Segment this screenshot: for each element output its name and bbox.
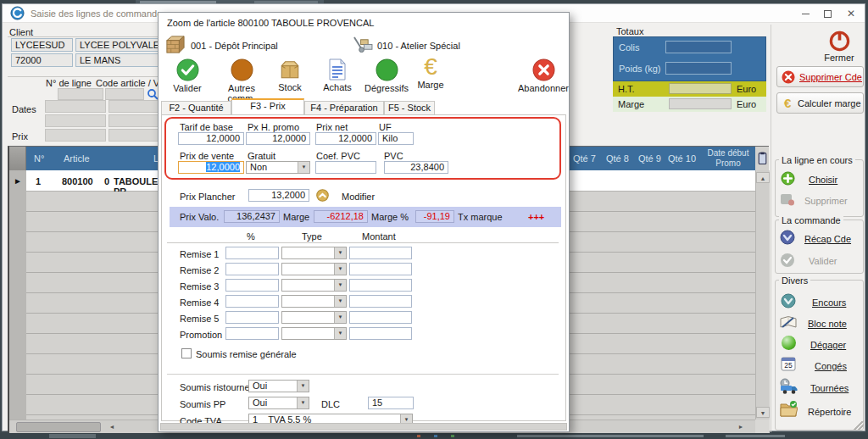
fermer-button[interactable]: Fermer (812, 30, 866, 67)
bloc-note-button[interactable]: Bloc note (808, 319, 847, 329)
tab-f5-stock[interactable]: F5 - Stock (384, 101, 435, 114)
ht-field[interactable] (669, 83, 732, 94)
remise2-pct-field[interactable] (225, 263, 279, 275)
tab-f2-quantite[interactable]: F2 - Quantité (161, 101, 231, 114)
chevron-down-icon[interactable]: ▼ (334, 328, 346, 339)
remise4-pct-field[interactable] (225, 295, 279, 308)
remise1-type-dropdown[interactable]: ▼ (281, 247, 347, 259)
repertoire-button[interactable]: Répertoire (808, 407, 851, 417)
chevron-down-icon[interactable]: ▼ (334, 296, 346, 307)
chevron-down-icon[interactable]: ▼ (297, 381, 309, 392)
remise4-type-dropdown[interactable]: ▼ (281, 295, 347, 308)
date-field-2[interactable] (108, 100, 160, 113)
clipboard-icon[interactable] (758, 152, 767, 166)
prix-plancher-field[interactable]: 13,2000 (248, 189, 309, 202)
scroll-right-button[interactable]: ► (737, 424, 745, 430)
plus-plus-link[interactable]: +++ (528, 212, 544, 222)
tarif-de-base-field[interactable]: 12,0000 (178, 132, 244, 145)
date-field-4[interactable] (108, 114, 160, 127)
remise3-type-dropdown[interactable]: ▼ (281, 279, 347, 292)
tab-f4-preparation[interactable]: F4 - Préparation (304, 101, 384, 114)
prix-field-2[interactable] (108, 129, 160, 142)
montant-header: Montant (362, 231, 396, 242)
soumis-ristourne-dropdown[interactable]: Oui ▼ (248, 380, 309, 392)
abandonner-button[interactable]: Abandonner (517, 58, 570, 93)
line-number-field[interactable] (58, 88, 103, 100)
choisir-button[interactable]: Choisir (809, 175, 837, 185)
remise3-pct-field[interactable] (225, 279, 279, 292)
tournees-button[interactable]: Tournées (810, 383, 849, 393)
stock-button[interactable]: Stock (269, 58, 311, 92)
remise1-pct-field[interactable] (225, 247, 279, 259)
tab-f3-prix[interactable]: F3 - Prix (231, 98, 304, 114)
remise2-type-dropdown[interactable]: ▼ (281, 263, 347, 275)
remise5-montant-field[interactable] (349, 311, 412, 324)
client-name-field[interactable]: LYCEE POLYVALENT (75, 38, 159, 52)
valider-cde-button[interactable]: Valider (809, 256, 837, 266)
dlc-field[interactable]: 15 (368, 397, 414, 409)
article-code-field[interactable] (105, 88, 144, 100)
modifier-up-icon[interactable] (316, 189, 329, 203)
chevron-down-icon[interactable]: ▼ (298, 162, 309, 173)
marge-field[interactable] (669, 98, 732, 109)
colis-field[interactable] (665, 41, 732, 53)
scroll-down-button[interactable]: ▼ (756, 407, 770, 418)
resize-grip[interactable] (854, 420, 864, 430)
encours-button[interactable]: Encours (812, 297, 846, 308)
degager-button[interactable]: Dégager (810, 340, 846, 350)
chevron-down-icon[interactable]: ▼ (334, 312, 346, 323)
modifier-label[interactable]: Modifier (342, 192, 375, 202)
remise5-pct-field[interactable] (225, 311, 279, 324)
minimize-button[interactable] (796, 7, 815, 20)
coef-pvc-field[interactable] (315, 161, 376, 174)
client-code-field[interactable]: LYCEESUD (11, 38, 73, 52)
supprimer-ligne-button[interactable]: Supprimer (804, 196, 848, 206)
chevron-down-icon[interactable]: ▼ (297, 397, 309, 408)
chevron-down-icon[interactable]: ▼ (334, 247, 346, 258)
px-h-promo-field[interactable]: 12,0000 (246, 132, 310, 145)
totaux-section-label: Totaux (616, 26, 643, 36)
supprimer-cde-button[interactable]: Supprimer Cde (776, 66, 864, 87)
close-button[interactable]: ✕ (842, 7, 860, 20)
promotion-montant-field[interactable] (349, 327, 412, 340)
client-city-field[interactable]: LE MANS (75, 53, 159, 67)
scroll-left-button[interactable]: ◄ (108, 424, 116, 430)
hscroll-thumb[interactable] (16, 422, 101, 432)
remise4-montant-field[interactable] (349, 295, 412, 308)
soumis-pp-dropdown[interactable]: Oui ▼ (248, 397, 309, 409)
conges-button[interactable]: Congés (815, 361, 847, 371)
maximize-button[interactable] (818, 7, 837, 20)
promotion-type-dropdown[interactable]: ▼ (281, 327, 347, 340)
date-field-1[interactable] (45, 100, 106, 113)
recap-cde-button[interactable]: Récap Cde (804, 234, 851, 244)
chevron-down-icon[interactable]: ▼ (334, 264, 346, 275)
vertical-scrollbar[interactable]: ▲ ▼ (755, 170, 770, 420)
client-postal-field[interactable]: 72000 (11, 53, 73, 67)
degressifs-button[interactable]: Dégressifs (360, 58, 413, 93)
pvc-field[interactable]: 23,8400 (384, 161, 448, 174)
prix-net-field[interactable]: 12,0000 (315, 132, 376, 145)
remise1-label: Remise 1 (180, 249, 219, 259)
valider-toolbar-button[interactable]: Valider (161, 58, 214, 93)
prix-field-1[interactable] (45, 129, 106, 142)
dialog-title: Zoom de l'article 800100 TABOULE PROVENC… (167, 18, 374, 28)
marge-button[interactable]: € Marge (409, 54, 452, 90)
poids-field[interactable] (665, 62, 732, 75)
uf-label: UF (379, 122, 392, 132)
remise1-montant-field[interactable] (349, 247, 412, 259)
calculer-marge-button[interactable]: € Calculer marge (776, 92, 864, 114)
scroll-up-button[interactable]: ▲ (756, 172, 770, 183)
date-field-3[interactable] (45, 114, 106, 127)
gratuit-dropdown[interactable]: Non ▼ (246, 161, 310, 174)
uf-field[interactable]: Kilo (378, 132, 414, 145)
achats-button[interactable]: Achats (316, 58, 359, 92)
remise2-montant-field[interactable] (349, 263, 412, 275)
colis-label: Colis (619, 42, 639, 53)
article-code-label: Code article / VL (96, 78, 164, 88)
prix-de-vente-field[interactable]: 12,0000 (178, 161, 244, 174)
chevron-down-icon[interactable]: ▼ (334, 280, 346, 291)
promotion-pct-field[interactable] (225, 327, 279, 340)
remise5-type-dropdown[interactable]: ▼ (281, 311, 347, 324)
remise3-montant-field[interactable] (349, 279, 412, 292)
soumis-remise-checkbox[interactable] (181, 348, 192, 358)
